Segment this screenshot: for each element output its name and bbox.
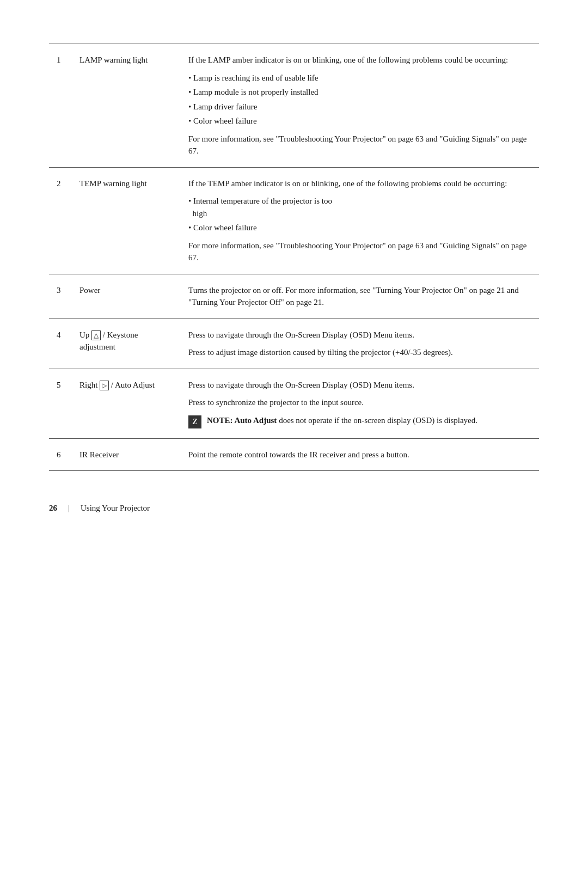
table-row: 1 LAMP warning light If the LAMP amber i… xyxy=(49,44,539,168)
row-number: 1 xyxy=(49,44,72,168)
row-number: 6 xyxy=(49,438,72,471)
desc-para: For more information, see "Troubleshooti… xyxy=(188,240,531,264)
desc-para: For more information, see "Troubleshooti… xyxy=(188,133,531,157)
note-text: NOTE: Auto Adjust does not operate if th… xyxy=(207,414,477,427)
row-description: Turns the projector on or off. For more … xyxy=(181,274,539,318)
bullet-item: • Internal temperature of the projector … xyxy=(188,195,531,219)
footer-title: Using Your Projector xyxy=(81,504,150,513)
table-row: 2 TEMP warning light If the TEMP amber i… xyxy=(49,167,539,274)
row-label: Right ▷ / Auto Adjust xyxy=(72,369,181,438)
desc-para: Press to navigate through the On-Screen … xyxy=(188,379,531,391)
note-icon: Z xyxy=(188,415,201,428)
row-description: Press to navigate through the On-Screen … xyxy=(181,369,539,438)
row-description: If the TEMP amber indicator is on or bli… xyxy=(181,167,539,274)
note-box: Z NOTE: Auto Adjust does not operate if … xyxy=(188,414,531,428)
desc-para: Point the remote control towards the IR … xyxy=(188,449,531,461)
row-description: Press to navigate through the On-Screen … xyxy=(181,318,539,369)
row-number: 2 xyxy=(49,167,72,274)
footer-separator: | xyxy=(68,504,70,513)
page-footer: 26 | Using Your Projector xyxy=(49,504,539,513)
table-row: 6 IR Receiver Point the remote control t… xyxy=(49,438,539,471)
row-number: 5 xyxy=(49,369,72,438)
desc-para: Turns the projector on or off. For more … xyxy=(188,284,531,309)
row-label: Power xyxy=(72,274,181,318)
table-row: 5 Right ▷ / Auto Adjust Press to navigat… xyxy=(49,369,539,438)
table-row: 3 Power Turns the projector on or off. F… xyxy=(49,274,539,318)
features-table: 1 LAMP warning light If the LAMP amber i… xyxy=(49,44,539,471)
desc-para: Press to navigate through the On-Screen … xyxy=(188,329,531,341)
bullet-item: • Lamp driver failure xyxy=(188,101,531,113)
desc-para: Press to synchronize the projector to th… xyxy=(188,396,531,409)
footer-page-number: 26 xyxy=(49,504,57,513)
bullet-item: • Color wheel failure xyxy=(188,115,531,127)
bullet-item: • Color wheel failure xyxy=(188,222,531,234)
row-label: Up △ / Keystone adjustment xyxy=(72,318,181,369)
desc-para: If the LAMP amber indicator is on or bli… xyxy=(188,54,531,66)
right-symbol: ▷ xyxy=(100,381,109,391)
row-label: IR Receiver xyxy=(72,438,181,471)
row-number: 4 xyxy=(49,318,72,369)
row-label: LAMP warning light xyxy=(72,44,181,168)
bullet-item: • Lamp is reaching its end of usable lif… xyxy=(188,72,531,84)
table-row: 4 Up △ / Keystone adjustment Press to na… xyxy=(49,318,539,369)
row-description: Point the remote control towards the IR … xyxy=(181,438,539,471)
page-content: 1 LAMP warning light If the LAMP amber i… xyxy=(49,44,539,513)
row-label: TEMP warning light xyxy=(72,167,181,274)
row-number: 3 xyxy=(49,274,72,318)
bullet-item: • Lamp module is not properly installed xyxy=(188,86,531,99)
desc-para: Press to adjust image distortion caused … xyxy=(188,346,531,359)
desc-para: If the TEMP amber indicator is on or bli… xyxy=(188,177,531,190)
keystone-symbol: △ xyxy=(91,330,101,341)
row-description: If the LAMP amber indicator is on or bli… xyxy=(181,44,539,168)
